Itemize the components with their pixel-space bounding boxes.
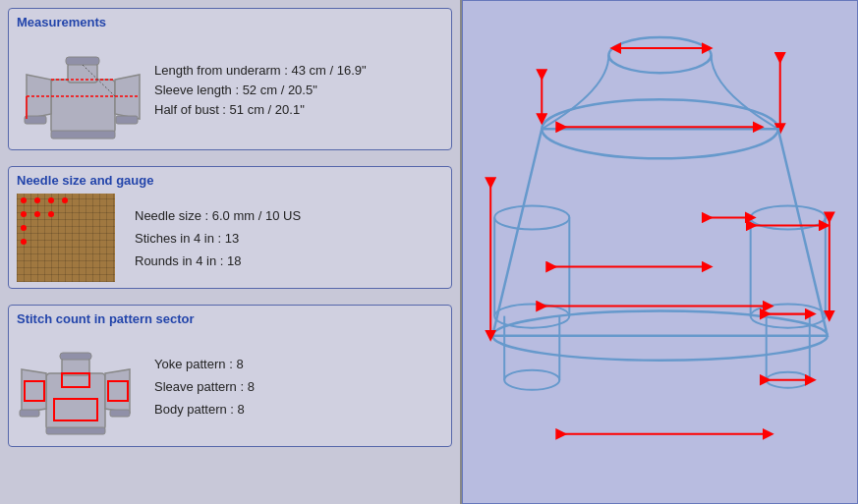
bust-label: Half of bust : [154, 102, 226, 117]
sleeve-p-value: 8 [248, 379, 255, 394]
sleeve-value: 52 cm / 20.5" [243, 83, 317, 97]
svg-point-17 [34, 211, 40, 217]
needle-title: Needle size and gauge [17, 173, 443, 188]
svg-rect-9 [66, 57, 99, 65]
svg-point-14 [21, 225, 27, 231]
svg-rect-32 [60, 353, 91, 360]
needle-section: Needle size and gauge Needle [8, 166, 452, 289]
svg-point-33 [608, 37, 711, 73]
yoke-label: Yoke pattern : [154, 357, 233, 371]
svg-point-15 [21, 239, 27, 245]
pattern-illustration [17, 332, 135, 440]
sleeve-p-label: Sleave pattern : [154, 379, 244, 394]
body-label: Body pattern : [154, 402, 234, 417]
bust-value: 51 cm / 20.1" [230, 102, 305, 117]
sleeve-label: Sleeve length : [154, 83, 239, 97]
yoke-value: 8 [236, 357, 243, 371]
measurements-text: Length from underarm : 43 cm / 16.9" Sle… [144, 58, 443, 122]
rounds-label: Rounds in 4 in : [135, 253, 223, 268]
svg-rect-7 [116, 116, 138, 124]
pattern-title: Stitch count in pattern sector [17, 311, 443, 326]
knitting-diagram [463, 1, 857, 503]
body-value: 8 [238, 402, 245, 417]
svg-point-20 [62, 197, 68, 203]
svg-rect-31 [46, 427, 105, 434]
stiches-label: Stiches in 4 in : [135, 231, 221, 246]
rounds-value: 18 [227, 253, 241, 268]
pattern-text: Yoke pattern : 8 Sleave pattern : 8 Body… [135, 349, 443, 424]
length-label: Length from underarm : [154, 63, 288, 78]
gauge-dots-svg [17, 194, 115, 282]
svg-point-12 [21, 197, 27, 203]
svg-point-41 [494, 205, 569, 229]
svg-rect-30 [110, 410, 130, 417]
needle-text: Needle size : 6.0 mm / 10 US Stiches in … [115, 200, 443, 276]
svg-point-45 [504, 370, 559, 390]
svg-rect-29 [20, 410, 39, 417]
measurements-section: Measurements [8, 8, 452, 150]
right-panel: 56 stiches 37 rounds 84 stiches 224 stic… [462, 0, 858, 504]
needle-value: 6.0 mm / 10 US [212, 208, 301, 223]
svg-point-19 [48, 211, 54, 217]
length-value: 43 cm / 16.9" [291, 63, 366, 78]
svg-point-16 [34, 197, 40, 203]
left-panel: Measurements [0, 0, 462, 504]
stiches-value: 13 [225, 231, 239, 246]
measurements-title: Measurements [17, 15, 443, 29]
svg-point-13 [21, 211, 27, 217]
sweater-illustration [17, 35, 144, 143]
gauge-image [17, 194, 115, 282]
svg-rect-8 [51, 131, 115, 139]
svg-point-18 [48, 197, 54, 203]
pattern-section: Stitch count in pattern sector Yo [8, 305, 452, 447]
svg-rect-0 [51, 80, 115, 134]
svg-rect-6 [25, 116, 46, 124]
needle-label: Needle size : [135, 208, 208, 223]
